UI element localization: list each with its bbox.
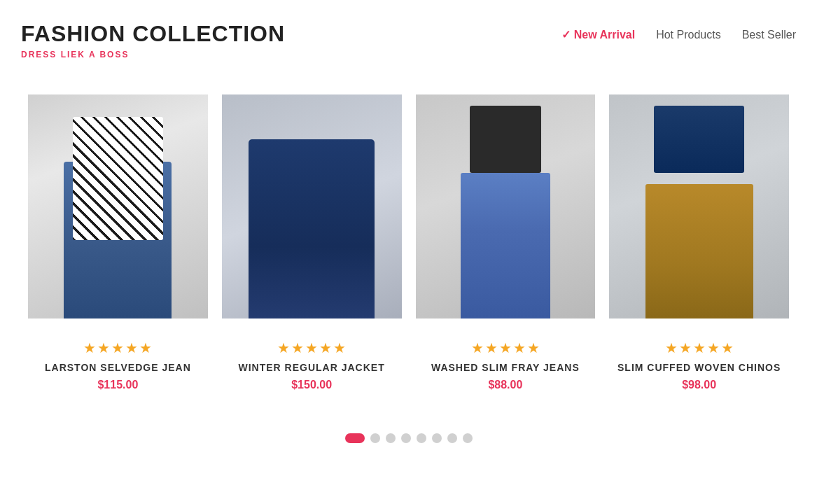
page-header: FASHION COLLECTION DRESS LIEK A BOSS New… xyxy=(0,0,817,74)
product-name-1: LARSTON SELVEDGE JEAN xyxy=(45,362,191,373)
product-image-placeholder-2 xyxy=(222,94,402,318)
product-image-2 xyxy=(222,94,402,318)
star-icon: ★ xyxy=(139,340,152,356)
product-price-4: $98.00 xyxy=(682,379,716,391)
star-icon: ★ xyxy=(707,340,720,356)
product-stars-2: ★ ★ ★ ★ ★ xyxy=(277,340,346,356)
star-icon: ★ xyxy=(527,340,540,356)
product-price-1: $115.00 xyxy=(97,379,138,391)
product-stars-3: ★ ★ ★ ★ ★ xyxy=(471,340,540,356)
brand-title: FASHION COLLECTION xyxy=(21,21,285,47)
star-icon: ★ xyxy=(471,340,484,356)
star-icon: ★ xyxy=(125,340,138,356)
product-image-1 xyxy=(28,94,208,318)
star-icon: ★ xyxy=(513,340,526,356)
product-price-3: $88.00 xyxy=(488,379,522,391)
product-name-2: WINTER REGULAR JACKET xyxy=(239,362,385,373)
product-card-3[interactable]: ★ ★ ★ ★ ★ WASHED SLIM FRAY JEANS $88.00 xyxy=(409,88,603,398)
star-icon: ★ xyxy=(97,340,110,356)
star-icon: ★ xyxy=(499,340,512,356)
tab-new-arrival[interactable]: New Arrival xyxy=(561,28,635,41)
product-price-2: $150.00 xyxy=(291,379,332,391)
pagination-dot-5[interactable] xyxy=(432,433,442,443)
pagination-dot-3[interactable] xyxy=(401,433,411,443)
star-icon: ★ xyxy=(305,340,318,356)
star-icon: ★ xyxy=(333,340,346,356)
tab-hot-products[interactable]: Hot Products xyxy=(656,29,720,41)
product-name-4: SLIM CUFFED WOVEN CHINOS xyxy=(617,362,781,373)
product-image-placeholder-3 xyxy=(416,94,596,318)
star-icon: ★ xyxy=(679,340,692,356)
product-card-4[interactable]: ★ ★ ★ ★ ★ SLIM CUFFED WOVEN CHINOS $98.0… xyxy=(602,88,796,398)
product-image-placeholder-4 xyxy=(609,94,789,318)
pagination-dot-6[interactable] xyxy=(447,433,457,443)
product-card-1[interactable]: ★ ★ ★ ★ ★ LARSTON SELVEDGE JEAN $115.00 xyxy=(21,88,215,398)
star-icon: ★ xyxy=(721,340,734,356)
pagination-dot-7[interactable] xyxy=(463,433,473,443)
product-name-3: WASHED SLIM FRAY JEANS xyxy=(431,362,580,373)
brand-subtitle: DRESS LIEK A BOSS xyxy=(21,50,285,59)
products-grid: ★ ★ ★ ★ ★ LARSTON SELVEDGE JEAN $115.00 … xyxy=(0,74,817,412)
product-image-4 xyxy=(609,94,789,318)
brand-info: FASHION COLLECTION DRESS LIEK A BOSS xyxy=(21,21,285,59)
star-icon: ★ xyxy=(111,340,124,356)
star-icon: ★ xyxy=(319,340,332,356)
star-icon: ★ xyxy=(277,340,290,356)
product-stars-1: ★ ★ ★ ★ ★ xyxy=(83,340,152,356)
filter-nav: New Arrival Hot Products Best Seller xyxy=(561,21,796,41)
star-icon: ★ xyxy=(693,340,706,356)
product-card-2[interactable]: ★ ★ ★ ★ ★ WINTER REGULAR JACKET $150.00 xyxy=(215,88,409,398)
star-icon: ★ xyxy=(665,340,678,356)
tab-best-seller[interactable]: Best Seller xyxy=(742,29,796,41)
pagination-dot-2[interactable] xyxy=(386,433,396,443)
pagination-dot-1[interactable] xyxy=(370,433,380,443)
pagination-dot-0[interactable] xyxy=(345,433,365,443)
pagination xyxy=(0,412,817,457)
product-image-placeholder-1 xyxy=(28,94,208,318)
star-icon: ★ xyxy=(291,340,304,356)
star-icon: ★ xyxy=(485,340,498,356)
product-stars-4: ★ ★ ★ ★ ★ xyxy=(665,340,734,356)
star-icon: ★ xyxy=(83,340,96,356)
pagination-dot-4[interactable] xyxy=(417,433,426,443)
product-image-3 xyxy=(416,94,596,318)
